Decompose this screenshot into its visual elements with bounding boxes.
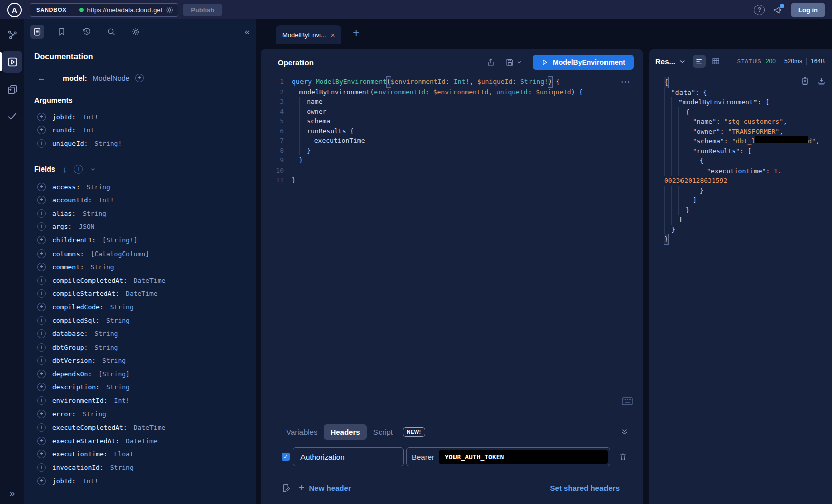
- editor-line[interactable]: 8}: [261, 146, 643, 156]
- doc-field-row[interactable]: +executionTime:Float: [34, 448, 246, 461]
- add-field-icon[interactable]: +: [37, 236, 46, 244]
- apollo-logo[interactable]: A: [7, 3, 22, 17]
- editor-line[interactable]: 2modelByEnvironment(environmentId: $envi…: [261, 87, 643, 97]
- doc-field-row[interactable]: +childrenL1:[String!]: [34, 233, 246, 247]
- doc-field-row[interactable]: +accountId:Int!: [34, 193, 246, 207]
- add-field-icon[interactable]: +: [37, 209, 46, 218]
- sidebar-item-checks[interactable]: [0, 105, 24, 128]
- query-editor[interactable]: 1query ModelByEnvironment($environmentId…: [261, 75, 643, 185]
- publish-button[interactable]: Publish: [183, 4, 222, 16]
- save-dropdown-chevron-icon[interactable]: [516, 59, 522, 65]
- auth-token-value[interactable]: YOUR_AUTH_TOKEN: [439, 450, 608, 464]
- add-field-icon[interactable]: +: [37, 126, 46, 134]
- doc-field-row[interactable]: +access:String: [34, 180, 246, 194]
- doc-field-row[interactable]: +description:String: [34, 381, 246, 394]
- sidebar-item-schema[interactable]: [0, 23, 24, 46]
- editor-line[interactable]: 1query ModelByEnvironment($environmentId…: [261, 77, 643, 87]
- help-icon[interactable]: ?: [754, 5, 765, 15]
- doc-field-row[interactable]: +uniqueId:String!: [34, 137, 246, 150]
- doc-field-row[interactable]: +jobId:Int!: [34, 474, 246, 488]
- announcements-icon[interactable]: [773, 5, 783, 15]
- add-field-icon[interactable]: +: [37, 437, 46, 445]
- editor-line[interactable]: 4owner: [261, 107, 643, 117]
- add-field-icon[interactable]: +: [37, 343, 46, 352]
- add-field-icon[interactable]: +: [37, 113, 46, 121]
- add-all-fields-icon[interactable]: +: [135, 74, 144, 82]
- download-response-icon[interactable]: [817, 76, 826, 86]
- add-field-icon[interactable]: +: [37, 477, 46, 485]
- header-name-input[interactable]: Authorization: [293, 447, 404, 466]
- add-field-icon[interactable]: +: [37, 183, 46, 191]
- doc-field-row[interactable]: +compileStartedAt:DateTime: [34, 287, 246, 301]
- add-field-icon[interactable]: +: [37, 276, 46, 285]
- editor-line[interactable]: 5schema: [261, 116, 643, 126]
- close-icon[interactable]: ×: [331, 31, 335, 39]
- doc-field-row[interactable]: +args:JSON: [34, 220, 246, 234]
- doc-field-row[interactable]: +error:String: [34, 407, 246, 421]
- endpoint-settings-gear-icon[interactable]: [165, 6, 174, 14]
- add-field-icon[interactable]: +: [37, 383, 46, 391]
- add-field-icon[interactable]: +: [37, 410, 46, 418]
- collapse-panel-icon[interactable]: «: [244, 27, 250, 36]
- add-field-icon[interactable]: +: [37, 356, 46, 365]
- doc-field-row[interactable]: +dependsOn:[String]: [34, 367, 246, 381]
- keyboard-shortcuts-icon[interactable]: [622, 397, 633, 405]
- add-field-icon[interactable]: +: [37, 196, 46, 204]
- add-field-icon[interactable]: +: [37, 316, 46, 325]
- tab-headers[interactable]: Headers: [324, 424, 366, 440]
- add-field-icon[interactable]: +: [37, 423, 46, 432]
- doc-field-row[interactable]: +dbtGroup:String: [34, 341, 246, 354]
- add-field-icon[interactable]: +: [37, 450, 46, 458]
- response-dropdown-chevron-icon[interactable]: [679, 58, 686, 65]
- tab-variables[interactable]: Variables: [280, 424, 324, 440]
- editor-line[interactable]: 9}: [261, 155, 643, 165]
- login-button[interactable]: Log in: [791, 3, 825, 17]
- header-value-input[interactable]: Bearer YOUR_AUTH_TOKEN: [406, 447, 610, 466]
- header-enabled-checkbox[interactable]: ✓: [282, 453, 290, 461]
- documentation-icon[interactable]: [30, 25, 44, 39]
- doc-field-row[interactable]: +executeStartedAt:DateTime: [34, 434, 246, 448]
- add-field-icon[interactable]: +: [37, 329, 46, 338]
- add-field-icon[interactable]: +: [37, 263, 46, 271]
- doc-field-row[interactable]: +compiledCode:String: [34, 300, 246, 314]
- copy-response-icon[interactable]: [801, 76, 809, 86]
- add-field-icon[interactable]: +: [37, 303, 46, 311]
- response-json-viewer[interactable]: {"data": {"modelByEnvironment": [{"name"…: [649, 73, 832, 244]
- share-icon[interactable]: [486, 58, 495, 67]
- add-field-icon[interactable]: +: [37, 249, 46, 258]
- editor-line[interactable]: 6runResults {: [261, 126, 643, 136]
- sidebar-item-explorer[interactable]: [0, 50, 24, 73]
- endpoint-url-input[interactable]: https://metadata.cloud.get: [87, 6, 163, 14]
- search-icon[interactable]: [104, 25, 118, 39]
- doc-field-row[interactable]: +alias:String: [34, 207, 246, 220]
- doc-field-row[interactable]: +dbtVersion:String: [34, 354, 246, 368]
- expand-rail-icon[interactable]: »: [0, 488, 24, 499]
- doc-field-row[interactable]: +database:String: [34, 327, 246, 341]
- table-view-toggle-icon[interactable]: [709, 55, 722, 68]
- add-field-icon[interactable]: +: [37, 396, 46, 405]
- chevron-down-icon[interactable]: [90, 166, 96, 172]
- preflight-script-icon[interactable]: [282, 483, 291, 493]
- new-header-button[interactable]: + New header: [299, 483, 351, 493]
- sort-arrow-icon[interactable]: ↓: [63, 165, 67, 174]
- tab-script[interactable]: Script: [367, 424, 399, 440]
- settings-gear-icon[interactable]: [129, 25, 143, 39]
- bookmark-icon[interactable]: [55, 25, 69, 39]
- doc-field-row[interactable]: +runId:Int: [34, 124, 246, 137]
- doc-field-row[interactable]: +compiledSql:String: [34, 314, 246, 327]
- run-operation-button[interactable]: ModelByEnvironment: [533, 55, 634, 70]
- add-fields-icon[interactable]: +: [74, 165, 83, 174]
- doc-field-row[interactable]: +executeCompletedAt:DateTime: [34, 421, 246, 434]
- delete-header-icon[interactable]: [619, 452, 627, 461]
- doc-field-row[interactable]: +environmentId:Int!: [34, 394, 246, 407]
- doc-field-row[interactable]: +compileCompletedAt:DateTime: [34, 274, 246, 287]
- collapse-bottom-panel-icon[interactable]: [620, 428, 629, 436]
- editor-line[interactable]: 3name: [261, 97, 643, 107]
- breadcrumb-type-link[interactable]: ModelNode: [93, 74, 130, 82]
- doc-field-row[interactable]: +comment:String: [34, 260, 246, 274]
- add-field-icon[interactable]: +: [37, 370, 46, 378]
- set-shared-headers-link[interactable]: Set shared headers: [550, 484, 620, 492]
- sidebar-item-collections[interactable]: [0, 77, 24, 101]
- doc-field-row[interactable]: +jobId:Int!: [34, 110, 246, 124]
- add-field-icon[interactable]: +: [37, 222, 46, 231]
